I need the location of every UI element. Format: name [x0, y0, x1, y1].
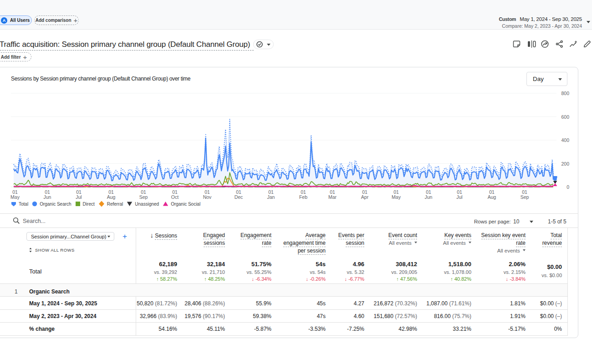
svg-text:Jul: Jul — [76, 194, 82, 200]
svg-text:Nov: Nov — [203, 194, 212, 200]
svg-text:800: 800 — [561, 91, 569, 96]
svg-text:Mar: Mar — [328, 194, 337, 200]
svg-text:Feb: Feb — [299, 194, 307, 200]
svg-text:May: May — [392, 194, 401, 200]
svg-text:Jun: Jun — [44, 194, 51, 200]
svg-text:May: May — [10, 194, 20, 200]
svg-text:Jan: Jan — [267, 194, 275, 200]
svg-text:Sep: Sep — [521, 194, 529, 200]
svg-text:Dec: Dec — [235, 194, 243, 200]
svg-text:Jun: Jun — [425, 194, 433, 200]
svg-text:Sep: Sep — [139, 194, 148, 200]
svg-text:200: 200 — [561, 161, 569, 167]
svg-text:Jul: Jul — [456, 194, 462, 200]
svg-text:400: 400 — [561, 137, 569, 143]
svg-text:Aug: Aug — [107, 194, 116, 200]
svg-text:600: 600 — [561, 114, 569, 120]
svg-text:0: 0 — [566, 184, 569, 190]
svg-text:Oct: Oct — [171, 194, 179, 200]
svg-text:Aug: Aug — [488, 194, 496, 200]
svg-text:Apr: Apr — [361, 194, 369, 200]
